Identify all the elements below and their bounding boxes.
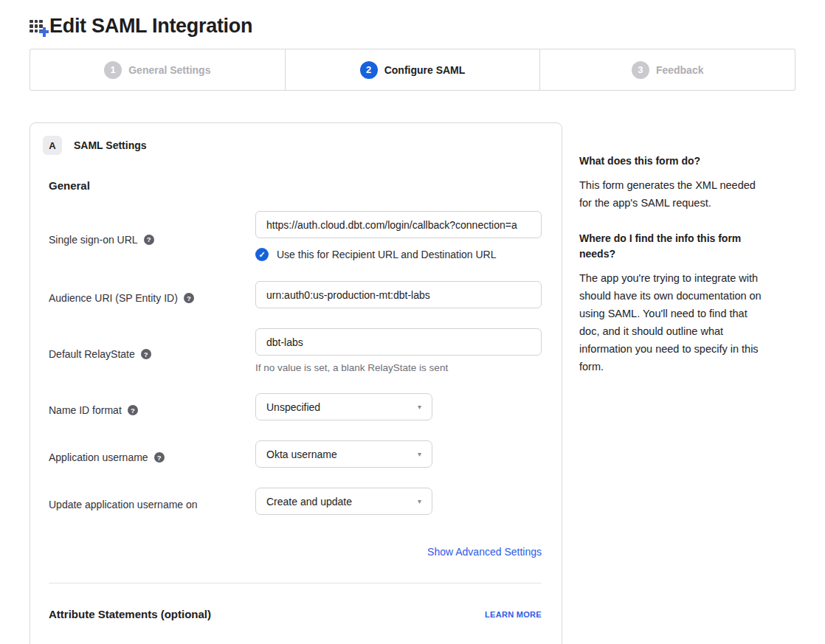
step-2-label: Configure SAML (384, 64, 466, 76)
application-username-value: Okta username (266, 449, 337, 460)
single-sign-on-url-input[interactable] (255, 211, 542, 238)
field-control-col: If no value is set, a blank RelayState i… (255, 328, 542, 373)
default-relay-state-label: Default RelayState (49, 348, 135, 360)
chevron-down-icon: ▾ (418, 403, 421, 411)
field-row-update-application-username: Update application username on Create an… (49, 488, 542, 515)
chevron-down-icon: ▾ (418, 450, 421, 458)
update-application-username-label: Update application username on (49, 499, 198, 510)
field-control-col (255, 281, 542, 308)
step-1-badge: 1 (104, 61, 122, 79)
field-label-col: Name ID format ? (49, 393, 255, 420)
field-label-col: Single sign-on URL ? (49, 211, 255, 261)
step-3-badge: 3 (632, 61, 649, 79)
saml-settings-panel: A SAML Settings General Single sign-on U… (30, 122, 562, 644)
attribute-statements-heading: Attribute Statements (optional) (49, 608, 211, 620)
update-application-username-select[interactable]: Create and update ▾ (255, 488, 432, 515)
step-3-label: Feedback (656, 64, 704, 76)
field-control-col: Unspecified ▾ (255, 393, 542, 420)
edit-saml-integration-page: Edit SAML Integration 1 General Settings… (0, 15, 825, 644)
plus-icon (39, 27, 49, 37)
field-row-default-relay-state: Default RelayState ? If no value is set,… (49, 328, 542, 373)
name-id-format-value: Unspecified (266, 401, 320, 413)
help-body: This form generates the XML needed for t… (579, 176, 768, 212)
recipient-url-checkbox[interactable]: ✓ (255, 248, 269, 261)
name-id-format-select[interactable]: Unspecified ▾ (255, 393, 432, 420)
field-label-col: Default RelayState ? (49, 328, 255, 373)
help-icon[interactable]: ? (128, 405, 138, 415)
show-advanced-settings-link[interactable]: Show Advanced Settings (427, 546, 542, 558)
section-a-badge: A (43, 136, 62, 155)
wizard-steps: 1 General Settings 2 Configure SAML 3 Fe… (30, 49, 795, 91)
application-username-label: Application username (49, 451, 148, 463)
page-header: Edit SAML Integration (30, 15, 795, 38)
audience-uri-label: Audience URI (SP Entity ID) (49, 292, 178, 304)
field-label-col: Application username ? (49, 440, 255, 468)
attribute-statements-header: Attribute Statements (optional) LEARN MO… (49, 608, 542, 620)
field-label-col: Update application username on (49, 488, 255, 515)
field-control-col: Create and update ▾ (255, 488, 542, 515)
step-feedback[interactable]: 3 Feedback (539, 49, 795, 90)
field-control-col: Okta username ▾ (255, 440, 542, 468)
name-id-format-label: Name ID format (49, 404, 122, 416)
checkmark-icon: ✓ (258, 251, 265, 259)
app-grid-plus-icon (30, 18, 47, 35)
field-row-name-id-format: Name ID format ? Unspecified ▾ (49, 393, 542, 420)
default-relay-state-input[interactable] (255, 328, 542, 356)
advanced-settings-row: Show Advanced Settings (49, 545, 542, 558)
field-row-application-username: Application username ? Okta username ▾ (49, 440, 542, 468)
help-section-find-info: Where do I find the info this form needs… (579, 231, 768, 375)
recipient-url-checkbox-row: ✓ Use this for Recipient URL and Destina… (255, 248, 542, 261)
general-heading: General (49, 179, 542, 192)
help-icon[interactable]: ? (184, 293, 194, 303)
page-title: Edit SAML Integration (49, 15, 252, 38)
recipient-url-checkbox-label: Use this for Recipient URL and Destinati… (277, 249, 497, 260)
update-application-username-value: Create and update (266, 496, 352, 508)
field-label-col: Audience URI (SP Entity ID) ? (49, 281, 255, 308)
application-username-select[interactable]: Okta username ▾ (255, 440, 432, 468)
help-sidebar: What does this form do? This form genera… (579, 122, 768, 375)
section-title: SAML Settings (74, 139, 147, 151)
field-control-col: ✓ Use this for Recipient URL and Destina… (255, 211, 542, 261)
chevron-down-icon: ▾ (418, 497, 421, 505)
help-body: The app you're trying to integrate with … (579, 269, 768, 375)
audience-uri-input[interactable] (255, 281, 542, 308)
help-section-form-purpose: What does this form do? This form genera… (579, 153, 768, 212)
help-icon[interactable]: ? (154, 452, 165, 463)
single-sign-on-url-label: Single sign-on URL (49, 234, 138, 246)
step-1-label: General Settings (128, 64, 210, 76)
help-icon[interactable]: ? (144, 235, 154, 245)
step-general-settings[interactable]: 1 General Settings (30, 49, 285, 90)
step-2-badge: 2 (360, 61, 378, 79)
relay-state-hint: If no value is set, a blank RelayState i… (255, 362, 542, 373)
field-row-audience-uri: Audience URI (SP Entity ID) ? (49, 281, 542, 308)
help-heading: What does this form do? (579, 153, 768, 168)
learn-more-link[interactable]: LEARN MORE (485, 610, 542, 619)
step-configure-saml[interactable]: 2 Configure SAML (285, 49, 540, 90)
section-divider (49, 583, 542, 584)
section-header: A SAML Settings (43, 136, 542, 155)
help-icon[interactable]: ? (141, 349, 151, 359)
field-row-single-sign-on-url: Single sign-on URL ? ✓ Use this for Reci… (49, 211, 542, 261)
content-area: A SAML Settings General Single sign-on U… (30, 122, 795, 644)
help-heading: Where do I find the info this form needs… (579, 231, 768, 261)
